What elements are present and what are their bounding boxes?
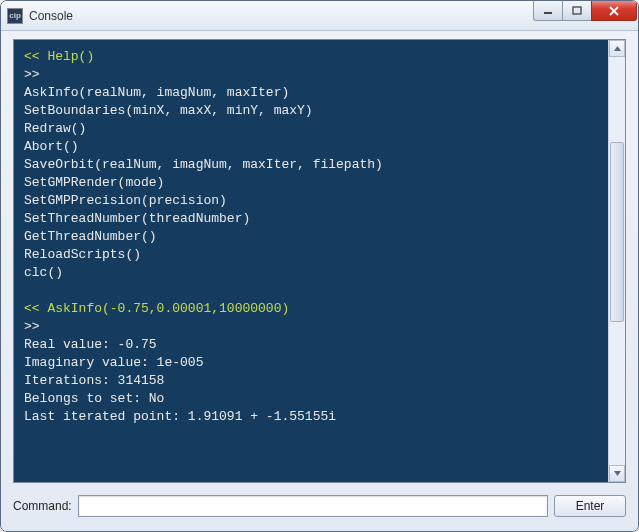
- close-icon: [608, 6, 620, 16]
- chevron-down-icon: [614, 471, 621, 476]
- console-container: << Help()>> AskInfo(realNum, imagNum, ma…: [13, 39, 626, 483]
- svg-rect-0: [544, 12, 552, 14]
- svg-marker-5: [614, 471, 621, 476]
- command-bar: Command: Enter: [13, 493, 626, 519]
- window-controls: [534, 1, 638, 21]
- minimize-icon: [543, 7, 553, 15]
- client-area: << Help()>> AskInfo(realNum, imagNum, ma…: [1, 31, 638, 531]
- maximize-button[interactable]: [562, 1, 592, 21]
- app-icon: cip: [7, 8, 23, 24]
- chevron-up-icon: [614, 46, 621, 51]
- scrollbar-track[interactable]: [609, 57, 625, 465]
- window-title: Console: [29, 9, 73, 23]
- close-button[interactable]: [591, 1, 637, 21]
- scroll-up-button[interactable]: [609, 40, 625, 57]
- vertical-scrollbar[interactable]: [608, 40, 625, 482]
- titlebar[interactable]: cip Console: [1, 1, 638, 31]
- svg-rect-1: [573, 7, 581, 14]
- scroll-down-button[interactable]: [609, 465, 625, 482]
- svg-marker-4: [614, 46, 621, 51]
- console-window: cip Console << Help()>> AskInfo(realNum,…: [0, 0, 639, 532]
- enter-button[interactable]: Enter: [554, 495, 626, 517]
- command-label: Command:: [13, 499, 72, 513]
- maximize-icon: [572, 6, 582, 16]
- console-output[interactable]: << Help()>> AskInfo(realNum, imagNum, ma…: [14, 40, 608, 482]
- minimize-button[interactable]: [533, 1, 563, 21]
- scrollbar-thumb[interactable]: [610, 142, 624, 322]
- command-input[interactable]: [78, 495, 548, 517]
